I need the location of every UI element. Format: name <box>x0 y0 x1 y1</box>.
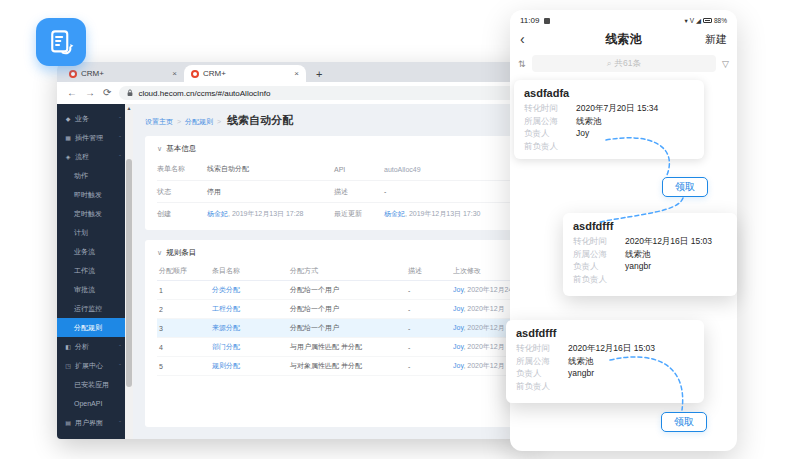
phone-status-bar: 11:09 ▾ V ◢ 88% <box>510 10 737 26</box>
rule-name-link[interactable]: 来源分配 <box>212 323 290 333</box>
rule-name-link[interactable]: 工程分配 <box>212 304 290 314</box>
cell-method: 分配给一个用户 <box>290 285 408 295</box>
user-link[interactable]: 杨金妃 <box>207 209 228 219</box>
search-input[interactable]: ⌕ 共61条 <box>532 55 717 72</box>
field-value: autoAlloc49 <box>384 166 421 173</box>
field-value: 2020年7月20日 15:34 <box>576 102 658 115</box>
new-button[interactable]: 新建 <box>685 32 727 47</box>
breadcrumb-link-settings-home[interactable]: 设置主页 <box>145 117 173 127</box>
user-link[interactable]: Joy <box>453 324 463 331</box>
collapse-caret-icon[interactable]: ∨ <box>157 249 162 257</box>
field-label: 负责人 <box>516 367 568 380</box>
sidebar-item-user-interface[interactable]: ▤ 用户界面 ˇ <box>57 413 125 432</box>
sidebar-item-installed-apps[interactable]: 已安装应用 <box>57 375 125 394</box>
phone-header: ‹ 线索池 新建 <box>510 26 737 52</box>
claim-button[interactable]: 领取 <box>662 177 708 197</box>
user-link[interactable]: Joy <box>453 305 463 312</box>
field-label: 转化时间 <box>516 342 568 355</box>
cell-desc: - <box>408 306 453 313</box>
table-row[interactable]: 2 工程分配 分配给一个用户 - Joy, 2020年12月 <box>157 300 511 319</box>
crm-app-icon[interactable] <box>36 18 86 66</box>
browser-tab-1[interactable]: CRM+ × <box>62 65 184 82</box>
sidebar-item-plan[interactable]: 计划 <box>57 223 125 242</box>
sidebar-item-action[interactable]: 动作 <box>57 166 125 185</box>
url-text: cloud.hecom.cn/ccms/#/autoAllocInfo <box>138 89 270 98</box>
crm-favicon <box>191 70 199 78</box>
cell-desc: - <box>408 363 453 370</box>
breadcrumb-link-alloc-rules[interactable]: 分配规则 <box>185 117 213 127</box>
field-label: 状态 <box>157 187 207 197</box>
sidebar-item-extension-center[interactable]: ◳ 扩展中心 ˇ <box>57 356 125 375</box>
table-row[interactable]: 5 规则分配 与对象属性匹配 并分配 - Joy, 2020年12月 <box>157 357 511 376</box>
sidebar-item-alloc-rules[interactable]: 分配规则 <box>57 318 125 337</box>
sidebar-item-process[interactable]: ◈ 流程 ˇ <box>57 147 125 166</box>
sidebar-item-run-monitor[interactable]: 运行监控 <box>57 299 125 318</box>
crm-favicon <box>69 70 77 78</box>
user-link[interactable]: Joy <box>453 286 463 293</box>
scrollbar-up-arrow[interactable]: ▲ <box>125 104 133 113</box>
lead-card[interactable]: asdfadfa 转化时间2020年7月20日 15:34 所属公海线索池 负责… <box>514 80 704 159</box>
lead-title: asdfdfff <box>516 327 694 339</box>
back-chevron-icon[interactable]: ‹ <box>520 31 562 47</box>
scrollbar-thumb[interactable] <box>126 159 132 387</box>
sidebar-item-approval-flow[interactable]: 审批流 <box>57 280 125 299</box>
field-label: 所属公海 <box>573 248 625 261</box>
rule-name-link[interactable]: 规则分配 <box>212 361 290 371</box>
rule-name-link[interactable]: 分类分配 <box>212 285 290 295</box>
tab-close-icon[interactable]: × <box>294 69 299 78</box>
sidebar-item-analysis[interactable]: ◧ 分析 ˇ <box>57 337 125 356</box>
field-label: 转化时间 <box>573 235 625 248</box>
browser-tab-2[interactable]: CRM+ × <box>184 65 306 82</box>
rule-entries-header[interactable]: ∨ 规则条目 <box>157 248 511 258</box>
page-title: 线索自动分配 <box>227 113 293 128</box>
collapse-caret-icon[interactable]: ∨ <box>157 145 162 153</box>
new-tab-button[interactable]: + <box>316 66 322 82</box>
sidebar-item-workflow[interactable]: 工作流 <box>57 261 125 280</box>
table-row-highlighted[interactable]: 3 来源分配 分配给一个用户 - Joy, 2020年12月 <box>157 319 511 338</box>
sidebar-scrollbar[interactable]: ▲ <box>125 104 133 439</box>
claim-button[interactable]: 领取 <box>661 412 707 432</box>
field-value: , 2019年12月13日 17:28 <box>228 209 304 219</box>
field-value: Joy <box>576 127 589 140</box>
lead-card-floating[interactable]: asdfdfff 转化时间2020年12月16日 15:03 所属公海线索池 负… <box>506 320 704 403</box>
col-header-desc: 描述 <box>408 266 453 276</box>
user-link[interactable]: Joy <box>453 362 463 369</box>
wifi-icon: ▾ <box>684 17 687 25</box>
address-bar[interactable]: cloud.hecom.cn/ccms/#/autoAllocInfo <box>119 86 525 100</box>
table-header-row: 分配顺序 条目名称 分配方式 描述 上次修改 <box>157 262 511 281</box>
sidebar-item-business-flow[interactable]: 业务流 <box>57 242 125 261</box>
table-row[interactable]: 4 部门分配 与用户属性匹配 并分配 - Joy, 2020年12月 <box>157 338 511 357</box>
sidebar-item-openapi[interactable]: OpenAPI <box>57 394 125 413</box>
cell-desc: - <box>408 287 453 294</box>
forward-icon[interactable]: → <box>85 88 95 98</box>
field-value: - <box>384 188 386 195</box>
cell-modified: , 2020年12月 <box>463 305 504 312</box>
field-value: 线索池 <box>625 248 651 261</box>
user-link[interactable]: Joy <box>453 343 463 350</box>
sidebar-item-instant-trigger[interactable]: 即时触发 <box>57 185 125 204</box>
sidebar-item-timed-trigger[interactable]: 定时触发 <box>57 204 125 223</box>
field-value: yangbr <box>625 260 651 273</box>
sidebar-item-business[interactable]: ◆ 业务 ˇ <box>57 109 125 128</box>
field-value: , 2019年12月13日 17:30 <box>405 209 481 219</box>
sidebar-item-label: 工作流 <box>74 266 95 276</box>
chevron-icon: ˇ <box>119 154 121 160</box>
tab-close-icon[interactable]: × <box>172 69 177 78</box>
lead-card-floating[interactable]: asdfdfff 转化时间2020年12月16日 15:03 所属公海线索池 负… <box>563 213 737 296</box>
sort-icon[interactable]: ⇅ <box>518 59 526 69</box>
basic-info-card: ∨ 基本信息 表单名称 线索自动分配 API autoAlloc49 <box>145 136 523 230</box>
rule-name-link[interactable]: 部门分配 <box>212 342 290 352</box>
user-link[interactable]: 杨金妃 <box>384 209 405 219</box>
field-label: 前负责人 <box>573 273 625 286</box>
filter-icon[interactable]: ▽ <box>722 59 729 69</box>
notification-icon <box>544 18 550 24</box>
reload-icon[interactable]: ⟳ <box>103 88 111 98</box>
field-label: 所属公海 <box>524 115 576 128</box>
back-icon[interactable]: ← <box>67 88 77 98</box>
table-row[interactable]: 1 分类分配 分配给一个用户 - Joy, 2020年12月24日 11 <box>157 281 511 300</box>
basic-info-header[interactable]: ∨ 基本信息 <box>157 144 511 154</box>
sidebar-item-label: 插件管理 <box>75 133 103 143</box>
volte-icon: V <box>690 17 694 24</box>
sidebar-item-plugins[interactable]: ▦ 插件管理 ˇ <box>57 128 125 147</box>
breadcrumb-separator: > <box>217 118 221 125</box>
